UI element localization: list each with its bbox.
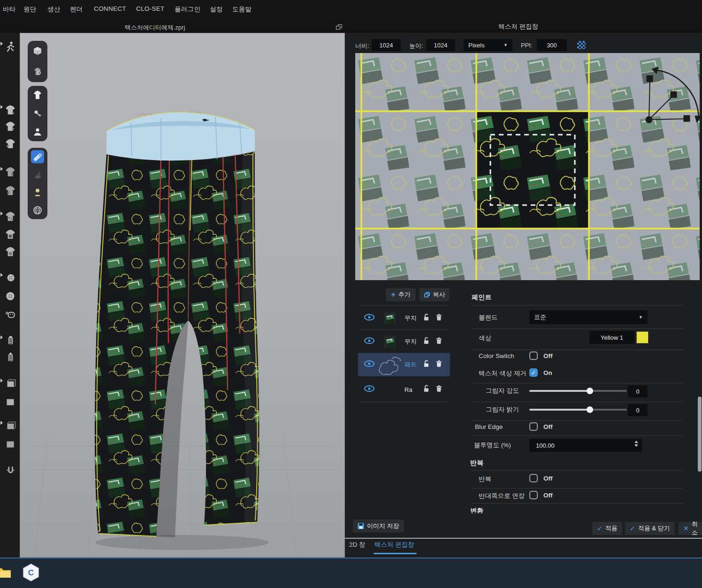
menu-connect[interactable]: CONNECT <box>94 5 126 12</box>
avatar-display-icon[interactable] <box>31 125 44 138</box>
shadow-intensity-value[interactable]: 0 <box>628 385 648 397</box>
trash-icon[interactable] <box>434 336 443 347</box>
layer-row-4[interactable]: Ra <box>358 380 450 399</box>
color-switch-checkbox[interactable] <box>529 351 538 360</box>
unlock-icon[interactable] <box>421 359 431 370</box>
tool-garment-3-icon[interactable] <box>3 137 17 151</box>
copy-layer-button[interactable]: 복사 <box>420 288 450 301</box>
viewport-toolgroup-display <box>28 86 47 141</box>
blend-dropdown[interactable]: 표준 ▼ <box>529 310 648 324</box>
texture-canvas[interactable] <box>355 53 700 280</box>
tool-button-2-icon[interactable] <box>3 289 17 303</box>
menu-settings[interactable]: 설정 <box>210 5 223 14</box>
viewport-toolgroup-scene <box>28 41 47 82</box>
clo-app-icon[interactable]: C <box>21 562 41 583</box>
trash-icon[interactable] <box>434 313 443 324</box>
extend-opposite-checkbox[interactable] <box>529 491 538 499</box>
height-input[interactable]: 1024 <box>426 39 455 51</box>
layer-thumbnail <box>384 312 396 324</box>
tool-avatar-pose-icon[interactable] <box>3 40 17 54</box>
tool-texture-garment-icon[interactable] <box>3 210 17 224</box>
shadow-brightness-value[interactable]: 0 <box>628 404 648 416</box>
copy-icon <box>424 292 430 298</box>
width-input[interactable]: 1024 <box>372 39 401 51</box>
tool-clamp-icon[interactable] <box>3 463 17 477</box>
save-image-button[interactable]: 이미지 저장 <box>353 519 404 533</box>
transparency-checker-icon[interactable] <box>577 41 586 49</box>
unlock-icon[interactable] <box>421 384 431 395</box>
menu-plugin[interactable]: 플러그인 <box>175 5 200 14</box>
tab-texture-editor[interactable]: 텍스처 편집창 <box>374 541 414 549</box>
color-switch-state: Off <box>543 352 553 359</box>
tool-fabric-4-icon[interactable] <box>3 437 17 451</box>
layer-row-3-selected[interactable]: 패트 <box>358 353 450 376</box>
layer-row-2[interactable]: 무지 <box>358 332 450 351</box>
extend-opposite-label: 반대쪽으로 연장 <box>479 492 525 500</box>
unit-dropdown[interactable]: Pixels ▼ <box>464 39 512 51</box>
menu-help[interactable]: 도움말 <box>232 5 252 14</box>
cube-3d-icon[interactable] <box>31 45 44 58</box>
add-layer-button[interactable]: + 추가 <box>386 288 416 301</box>
eye-icon[interactable] <box>364 385 375 394</box>
unlock-icon[interactable] <box>421 313 431 324</box>
folder-icon[interactable] <box>0 562 14 583</box>
menu-render[interactable]: 렌더 <box>70 5 83 14</box>
apply-close-button[interactable]: ✓ 적용 & 닫기 <box>625 522 675 535</box>
menu-production[interactable]: 생산 <box>47 5 61 14</box>
eye-icon[interactable] <box>364 313 375 323</box>
tool-zipper-1-icon[interactable] <box>3 334 17 348</box>
tool-button-lock-icon[interactable] <box>3 307 17 321</box>
eye-icon[interactable] <box>364 337 375 346</box>
check-icon: ✓ <box>630 525 635 532</box>
tool-garment-5-icon[interactable] <box>3 184 17 198</box>
shadow-brightness-slider[interactable] <box>529 409 627 411</box>
menu-fabric[interactable]: 원단 <box>23 5 37 14</box>
menu-closet[interactable]: CLO-SET <box>136 5 165 12</box>
ppi-input[interactable]: 300 <box>537 39 567 51</box>
tab-2d-window[interactable]: 2D 창 <box>349 541 366 549</box>
globe-icon[interactable] <box>31 204 44 217</box>
avatar-bust-icon[interactable] <box>31 186 44 199</box>
repeat-checkbox[interactable] <box>529 474 538 482</box>
layer-row-1[interactable]: 무지 <box>358 309 450 328</box>
add-layer-label: 추가 <box>398 290 411 299</box>
tool-fabric-3-icon[interactable] <box>3 419 17 433</box>
fabric-roll-icon[interactable] <box>31 150 44 163</box>
garment-gear-icon[interactable] <box>31 65 44 78</box>
color-switch-label: Color Switch <box>479 352 514 359</box>
copy-layer-label: 복사 <box>433 290 445 299</box>
tool-garment-2-icon[interactable] <box>3 120 17 134</box>
plus-icon: + <box>391 291 395 298</box>
tool-button-1-icon[interactable] <box>3 271 17 285</box>
eye-icon[interactable] <box>364 360 375 369</box>
tool-pattern-shirt-2-icon[interactable] <box>3 245 17 259</box>
spinner-arrows-icon[interactable] <box>634 441 638 447</box>
color-swatch[interactable] <box>636 331 649 344</box>
pin-tool-icon[interactable] <box>31 107 44 120</box>
blur-edge-checkbox[interactable] <box>529 422 538 431</box>
tool-zipper-2-icon[interactable] <box>3 351 17 365</box>
panel-scrollbar[interactable] <box>698 397 702 472</box>
tool-garment-4-icon[interactable] <box>3 165 17 179</box>
shadow-intensity-slider[interactable] <box>529 390 627 392</box>
cone-tool-icon[interactable] <box>31 168 44 181</box>
tool-garment-1-icon[interactable] <box>3 103 17 117</box>
tool-fabric-2-icon[interactable] <box>3 395 17 409</box>
restore-window-icon[interactable] <box>336 24 343 30</box>
layer-thumbnail <box>384 336 396 348</box>
save-icon <box>358 523 364 529</box>
trash-icon[interactable] <box>434 359 443 370</box>
tool-fabric-1-icon[interactable] <box>3 377 17 391</box>
color-name-box[interactable]: Yellow 1 <box>589 331 634 344</box>
unlock-icon[interactable] <box>421 336 431 347</box>
check-icon: ✓ <box>597 525 603 532</box>
tool-pattern-shirt-1-icon[interactable] <box>3 228 17 242</box>
opacity-spinbox[interactable]: 100.00 <box>529 439 642 452</box>
menu-avatar[interactable]: 바타 <box>3 5 16 14</box>
shirt-icon[interactable] <box>31 89 44 102</box>
remove-texture-color-checkbox[interactable]: ✓ <box>529 368 538 377</box>
apply-button[interactable]: ✓ 적용 <box>592 522 622 535</box>
cancel-button[interactable]: ✕ 취소 <box>679 522 702 535</box>
3d-viewport[interactable] <box>20 33 345 557</box>
trash-icon[interactable] <box>434 384 443 395</box>
